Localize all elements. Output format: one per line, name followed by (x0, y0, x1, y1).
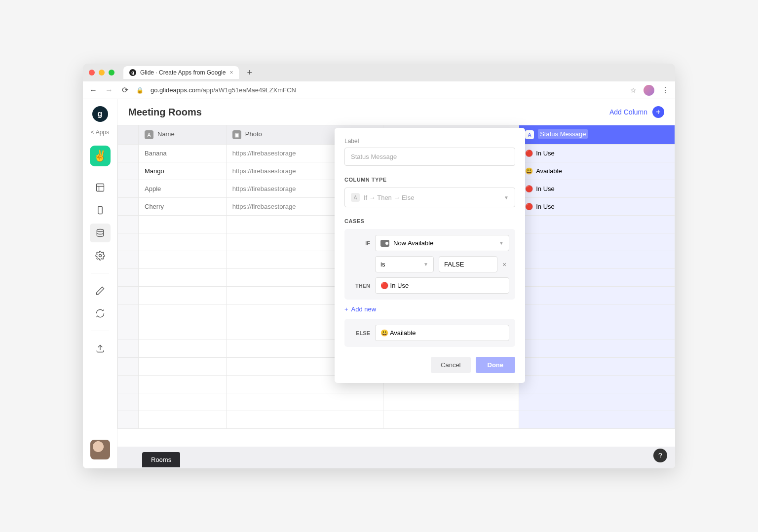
svg-rect-3 (98, 207, 102, 214)
glide-logo[interactable]: g (92, 106, 108, 122)
sheet-tab-rooms[interactable]: Rooms (142, 452, 180, 467)
column-header-status[interactable]: AStatus Message (519, 125, 675, 145)
operator-select[interactable]: is ▼ (375, 256, 434, 272)
status-cell[interactable]: 🔴In Use (519, 198, 675, 216)
url-bar: ← → ⟳ 🔒 go.glideapps.com/app/aW1g51eaMae… (83, 81, 675, 99)
row-header[interactable] (118, 216, 139, 233)
else-input[interactable]: 😃 Available (375, 325, 509, 341)
empty-cell[interactable] (519, 216, 675, 233)
value-input[interactable]: FALSE (439, 256, 497, 272)
remove-case-icon[interactable]: × (502, 261, 509, 268)
row-header[interactable] (118, 411, 139, 429)
column-header-name[interactable]: AName (139, 125, 227, 145)
empty-cell[interactable] (383, 393, 519, 411)
empty-cell[interactable] (519, 376, 675, 393)
name-cell[interactable]: Mango (139, 162, 227, 180)
if-field-select[interactable]: Now Available ▼ (375, 235, 509, 251)
empty-cell[interactable] (139, 287, 227, 304)
maximize-window-icon[interactable] (109, 70, 114, 76)
empty-cell[interactable] (519, 287, 675, 304)
tab-title: Glide · Create Apps from Google (140, 69, 226, 76)
empty-cell[interactable] (139, 340, 227, 358)
empty-cell[interactable] (383, 411, 519, 429)
row-header[interactable] (118, 358, 139, 376)
empty-cell[interactable] (519, 233, 675, 251)
user-avatar[interactable] (90, 440, 110, 459)
forward-button[interactable]: → (105, 86, 114, 95)
sync-icon[interactable] (90, 304, 111, 323)
edit-icon[interactable] (90, 281, 111, 300)
empty-cell[interactable] (139, 358, 227, 376)
add-case-button[interactable]: +Add new (344, 305, 515, 313)
empty-cell[interactable] (139, 251, 227, 269)
empty-cell[interactable] (139, 322, 227, 340)
empty-cell[interactable] (139, 393, 227, 411)
row-header[interactable] (118, 180, 139, 198)
data-icon[interactable] (90, 224, 111, 242)
row-header[interactable] (118, 322, 139, 340)
cancel-button[interactable]: Cancel (431, 357, 470, 373)
settings-icon[interactable] (90, 246, 111, 265)
svg-rect-0 (96, 184, 104, 191)
row-header[interactable] (118, 162, 139, 180)
profile-avatar[interactable] (644, 85, 654, 96)
bookmark-icon[interactable]: ☆ (630, 86, 637, 94)
reload-button[interactable]: ⟳ (120, 85, 129, 95)
status-cell[interactable]: 🔴In Use (519, 145, 675, 162)
empty-cell[interactable] (519, 411, 675, 429)
empty-cell[interactable] (519, 358, 675, 376)
empty-cell[interactable] (139, 376, 227, 393)
empty-cell[interactable] (519, 322, 675, 340)
status-cell[interactable]: 🔴In Use (519, 180, 675, 198)
empty-cell[interactable] (139, 269, 227, 287)
row-header[interactable] (118, 233, 139, 251)
empty-cell[interactable] (139, 304, 227, 322)
empty-cell[interactable] (519, 393, 675, 411)
empty-cell[interactable] (519, 340, 675, 358)
close-window-icon[interactable] (89, 70, 95, 76)
sheet-tabs: Rooms (117, 447, 675, 468)
empty-cell[interactable] (139, 233, 227, 251)
back-button[interactable]: ← (89, 86, 98, 95)
browser-tab[interactable]: g Glide · Create Apps from Google × (123, 66, 239, 79)
empty-cell[interactable] (139, 411, 227, 429)
share-icon[interactable] (90, 339, 111, 358)
name-cell[interactable]: Apple (139, 180, 227, 198)
url-text[interactable]: go.glideapps.com/app/aW1g51eaMae49LZXmFC… (151, 86, 623, 94)
row-header[interactable] (118, 376, 139, 393)
status-cell[interactable]: 😃Available (519, 162, 675, 180)
then-input[interactable]: 🔴 In Use (375, 277, 509, 294)
close-tab-icon[interactable]: × (229, 69, 233, 76)
empty-cell[interactable] (139, 216, 227, 233)
mobile-icon[interactable] (90, 201, 111, 220)
row-header[interactable] (118, 198, 139, 216)
help-button[interactable]: ? (653, 449, 667, 462)
row-header[interactable] (118, 287, 139, 304)
row-header[interactable] (118, 393, 139, 411)
name-cell[interactable]: Banana (139, 145, 227, 162)
row-header[interactable] (118, 304, 139, 322)
empty-cell[interactable] (226, 411, 383, 429)
empty-cell[interactable] (519, 269, 675, 287)
empty-cell[interactable] (519, 304, 675, 322)
done-button[interactable]: Done (476, 357, 516, 373)
back-to-apps[interactable]: < Apps (91, 129, 109, 136)
app: g < Apps ✌️ Meeting Rooms Add Column + (83, 99, 675, 468)
else-label: ELSE (350, 330, 370, 336)
row-header[interactable] (118, 145, 139, 162)
layout-icon[interactable] (90, 178, 111, 197)
new-tab-button[interactable]: + (243, 68, 256, 78)
browser-menu-icon[interactable]: ⋮ (661, 85, 669, 95)
row-header[interactable] (118, 251, 139, 269)
label-input[interactable] (344, 148, 515, 166)
minimize-window-icon[interactable] (99, 70, 105, 76)
add-column-button[interactable]: Add Column + (609, 106, 664, 118)
column-type-select[interactable]: AIf → Then → Else ▼ (344, 188, 515, 207)
name-cell[interactable]: Cherry (139, 198, 227, 216)
row-header[interactable] (118, 340, 139, 358)
empty-cell[interactable] (519, 251, 675, 269)
empty-cell[interactable] (226, 393, 383, 411)
row-header[interactable] (118, 269, 139, 287)
app-icon[interactable]: ✌️ (90, 146, 111, 166)
plus-icon: + (652, 106, 664, 118)
